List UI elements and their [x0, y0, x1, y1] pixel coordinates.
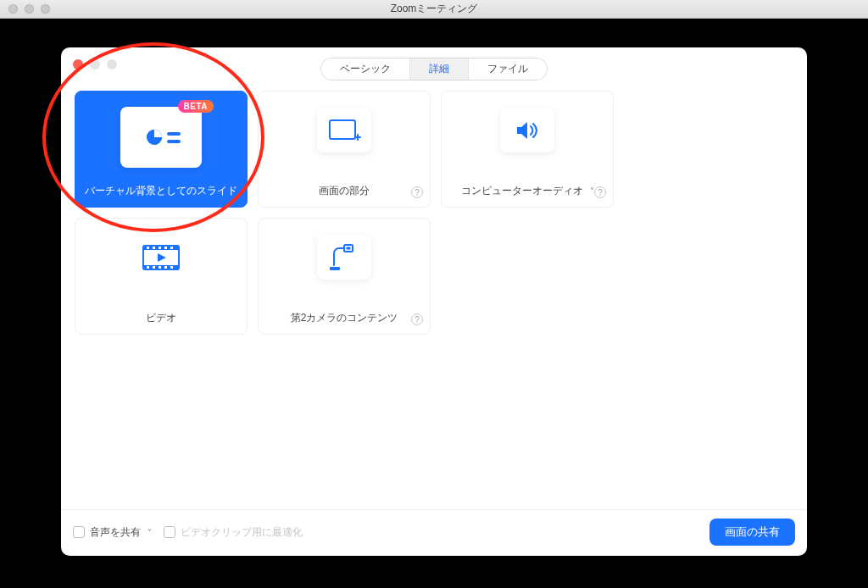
- card-computer-audio[interactable]: コンピューターオーディオ ˅ ?: [441, 91, 614, 208]
- svg-rect-2: [167, 140, 181, 143]
- chevron-down-icon[interactable]: ˅: [147, 528, 152, 537]
- optimize-clip-box: [164, 526, 175, 538]
- document-camera-icon: [327, 242, 361, 273]
- card-screen-portion[interactable]: 画面の部分 ?: [258, 91, 431, 208]
- svg-rect-1: [167, 132, 181, 136]
- svg-rect-18: [347, 247, 351, 250]
- segmented-control: ベーシック 詳細 ファイル: [320, 58, 548, 80]
- svg-rect-3: [330, 120, 355, 139]
- panel-min-dot: [90, 59, 100, 69]
- panel-traffic-lights: [73, 59, 117, 69]
- content-area: BETA バーチャル背景としてのスライド 画面の部分: [61, 87, 807, 509]
- svg-rect-8: [153, 247, 155, 249]
- window-title: Zoomミーティング: [0, 2, 868, 16]
- presentation-icon: [133, 118, 189, 157]
- optimize-clip-checkbox: ビデオクリップ用に最適化: [164, 525, 303, 540]
- optimize-clip-label: ビデオクリップ用に最適化: [181, 525, 303, 540]
- card-label: バーチャル背景としてのスライド: [85, 184, 237, 198]
- svg-rect-7: [147, 247, 149, 249]
- svg-rect-12: [147, 266, 149, 269]
- rectangle-plus-icon: [327, 117, 361, 144]
- panel-close-dot[interactable]: [73, 59, 83, 69]
- share-audio-label: 音声を共有: [90, 525, 141, 540]
- tab-files[interactable]: ファイル: [469, 58, 547, 80]
- slides-icon-tile: BETA: [120, 107, 202, 168]
- mac-zoom-dot[interactable]: [41, 4, 50, 14]
- svg-rect-16: [170, 266, 173, 269]
- svg-rect-15: [164, 266, 167, 269]
- card-virtual-bg-slides[interactable]: BETA バーチャル背景としてのスライド: [75, 91, 248, 208]
- mac-close-dot[interactable]: [8, 4, 18, 14]
- tab-advanced[interactable]: 詳細: [410, 58, 468, 80]
- camera2-icon-tile: [317, 236, 371, 280]
- card-label: ビデオ: [146, 311, 176, 325]
- mac-titlebar: Zoomミーティング: [0, 0, 868, 19]
- svg-rect-9: [159, 247, 161, 249]
- svg-rect-11: [170, 247, 173, 249]
- card-video[interactable]: ビデオ: [75, 218, 248, 335]
- tabbar: ベーシック 詳細 ファイル: [61, 47, 807, 87]
- card-grid: BETA バーチャル背景としてのスライド 画面の部分: [75, 91, 793, 335]
- share-audio-box[interactable]: [73, 526, 85, 538]
- help-icon[interactable]: ?: [594, 186, 606, 198]
- svg-rect-13: [153, 266, 155, 269]
- help-icon[interactable]: ?: [411, 313, 423, 325]
- audio-icon-tile: [500, 108, 554, 153]
- mac-traffic-lights: [8, 4, 50, 14]
- share-screen-button[interactable]: 画面の共有: [709, 519, 795, 546]
- svg-rect-19: [330, 267, 340, 270]
- film-play-icon: [142, 243, 181, 272]
- mac-minimize-dot[interactable]: [25, 4, 34, 14]
- panel-footer: 音声を共有 ˅ ビデオクリップ用に最適化 画面の共有: [61, 509, 807, 556]
- app-stage: ベーシック 詳細 ファイル: [0, 19, 868, 588]
- card-label: 画面の部分: [319, 184, 370, 198]
- help-icon[interactable]: ?: [411, 186, 423, 198]
- card-label: コンピューターオーディオ: [461, 184, 583, 198]
- video-icon-tile: [134, 236, 188, 280]
- share-audio-checkbox[interactable]: 音声を共有 ˅: [73, 525, 152, 540]
- svg-rect-10: [164, 247, 167, 249]
- beta-badge: BETA: [178, 100, 214, 113]
- speaker-icon: [510, 117, 544, 144]
- card-second-camera[interactable]: 第2カメラのコンテンツ ?: [258, 218, 431, 335]
- panel-zoom-dot: [107, 59, 117, 69]
- share-screen-panel: ベーシック 詳細 ファイル: [61, 47, 807, 556]
- tab-basic[interactable]: ベーシック: [321, 58, 409, 80]
- portion-icon-tile: [317, 108, 371, 153]
- chevron-down-icon[interactable]: ˅: [590, 186, 594, 196]
- svg-rect-14: [159, 266, 161, 269]
- card-label: 第2カメラのコンテンツ: [291, 311, 398, 325]
